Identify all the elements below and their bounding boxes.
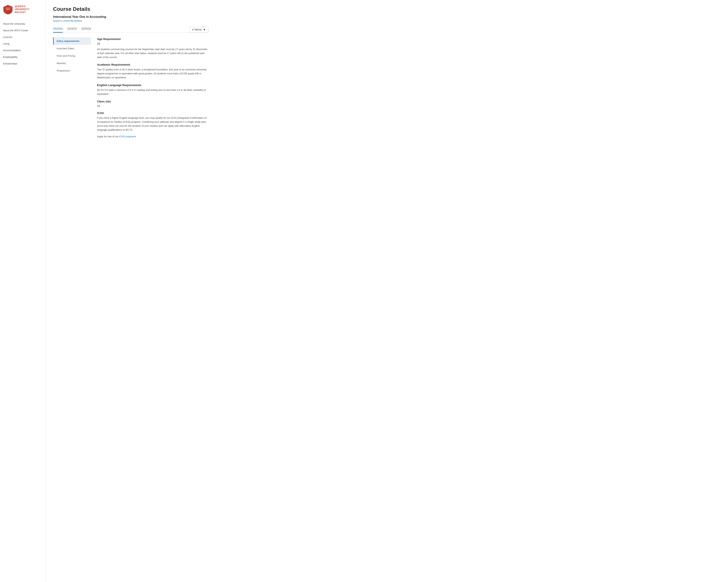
sub-nav-progression[interactable]: Progression (53, 67, 91, 74)
age-requirement-value: 16 (97, 42, 209, 45)
sub-nav-important-dates[interactable]: Important Dates (53, 45, 91, 52)
icas-heading: iCAS (97, 111, 209, 115)
sub-nav-modules[interactable]: Modules (53, 59, 91, 67)
class-size-heading: Class size (97, 100, 209, 103)
icas-apply-prefix: Apply for one of our (97, 135, 119, 138)
sidebar: QUB QUEEN'S UNIVERSITY BELFAST About the… (0, 0, 46, 582)
year-tabs: 2023/24 2024/25 2025/26 4 Terms ▼ (53, 27, 209, 33)
sidebar-item-scholarships[interactable]: Scholarships (3, 60, 42, 67)
sidebar-item-living[interactable]: Living (3, 41, 42, 47)
content-layout: Entry requirements Important Dates Fees … (53, 37, 209, 138)
age-requirement-heading: Age Requirement (97, 37, 209, 41)
sidebar-item-accommodation[interactable]: Accommodation (3, 47, 42, 54)
icas-apply-line: Apply for one of our iCAS programs (97, 135, 209, 138)
class-size-value: 16 (97, 104, 209, 107)
sidebar-item-courses[interactable]: Courses (3, 34, 42, 41)
terms-dropdown[interactable]: 4 Terms ▼ (189, 27, 209, 32)
year-tab-2023[interactable]: 2023/24 (53, 27, 63, 33)
age-requirement-text: All students commencing courses for the … (97, 47, 209, 59)
sidebar-item-employability[interactable]: Employability (3, 54, 42, 60)
year-tab-2025[interactable]: 2025/26 (81, 27, 91, 33)
english-language-requirements-heading: English Language Requirements (97, 83, 209, 87)
logo-line2: UNIVERSITY (15, 8, 29, 11)
academic-requirements-text: Two 'D' grades from a UK A-level board, … (97, 68, 209, 79)
sub-nav-entry-requirements[interactable]: Entry requirements (53, 37, 91, 45)
course-subtitle-link[interactable]: Queen's University Belfast (53, 19, 209, 22)
svg-rect-2 (5, 8, 11, 9)
sidebar-item-about-into-center[interactable]: About the INTO Center (3, 27, 42, 34)
english-language-requirements-text: IELTS 5.0 (with a minimum of 5.0 in read… (97, 88, 209, 96)
logo-area: QUB QUEEN'S UNIVERSITY BELFAST (3, 4, 42, 15)
sub-nav: Entry requirements Important Dates Fees … (53, 37, 91, 138)
chevron-down-icon: ▼ (203, 28, 206, 31)
page-title: Course Details (53, 6, 209, 12)
logo-line3: BELFAST (15, 11, 29, 14)
sidebar-item-about-university[interactable]: About the University (3, 21, 42, 27)
terms-label: 4 Terms (192, 28, 202, 31)
academic-requirements-heading: Academic Requirements (97, 63, 209, 66)
year-tab-2024[interactable]: 2024/25 (67, 27, 77, 33)
detail-panel: Age Requirement 16 All students commenci… (97, 37, 209, 138)
sidebar-nav: About the University About the INTO Cent… (3, 21, 42, 67)
main-content: Course Details International Year One in… (46, 0, 216, 582)
sub-nav-fees-pricing[interactable]: Fees and Pricing (53, 52, 91, 59)
logo-text: QUEEN'S UNIVERSITY BELFAST (15, 5, 29, 14)
logo-line1: QUEEN'S (15, 5, 29, 8)
icas-programs-link[interactable]: iCAS programs (119, 135, 136, 138)
svg-rect-1 (5, 7, 11, 7)
logo-shield-icon: QUB (3, 4, 13, 15)
icas-text: If you have a higher English language le… (97, 116, 209, 132)
course-title: International Year One in Accounting (53, 15, 209, 19)
